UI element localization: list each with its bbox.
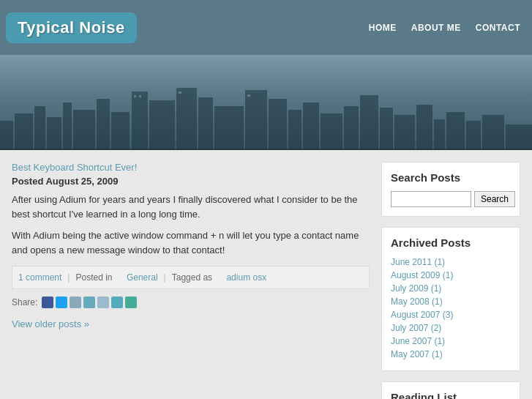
svg-rect-6	[73, 110, 95, 150]
svg-rect-26	[466, 121, 481, 150]
list-item: May 2007 (1)	[391, 348, 511, 359]
sep2: |	[164, 272, 166, 283]
svg-rect-24	[434, 119, 445, 150]
share-stumble-icon[interactable]	[125, 297, 137, 308]
archive-link[interactable]: August 2009 (1)	[391, 270, 453, 280]
nav: HOME ABOUT ME CONTACT	[369, 23, 520, 33]
archives-widget-title: Archived Posts	[391, 236, 511, 249]
svg-rect-2	[15, 113, 33, 150]
content-area: Best Keyboard Shortcut Ever! Posted Augu…	[12, 162, 370, 399]
list-item: August 2009 (1)	[391, 269, 511, 280]
svg-rect-4	[47, 117, 61, 150]
nav-contact[interactable]: CONTACT	[476, 23, 520, 33]
share-reddit-icon[interactable]	[97, 297, 109, 308]
svg-rect-11	[176, 88, 197, 150]
list-item: July 2009 (1)	[391, 283, 511, 294]
view-older-link[interactable]: View older posts »	[12, 318, 89, 329]
search-row: Search	[391, 191, 511, 207]
svg-rect-3	[34, 106, 45, 150]
sep1: |	[67, 272, 70, 283]
share-facebook-icon[interactable]	[42, 297, 53, 308]
archive-link[interactable]: July 2007 (2)	[391, 323, 441, 333]
svg-rect-31	[179, 92, 181, 94]
share-label: Share:	[12, 297, 37, 307]
nav-about[interactable]: ABOUT ME	[411, 23, 461, 33]
post-body-2: With Adium being the active window comma…	[12, 228, 370, 257]
svg-rect-33	[0, 149, 532, 150]
svg-rect-17	[303, 102, 319, 150]
list-item: July 2007 (2)	[391, 322, 511, 333]
svg-rect-5	[63, 102, 72, 150]
archives-widget: Archived Posts June 2011 (1) August 2009…	[381, 227, 520, 371]
post-meta: Posted August 25, 2009	[12, 176, 370, 187]
skyline-graphic	[0, 84, 532, 150]
svg-rect-18	[321, 113, 342, 150]
svg-rect-25	[446, 112, 465, 150]
svg-rect-19	[344, 106, 359, 150]
category-label: Posted in	[75, 272, 112, 283]
list-item: June 2007 (1)	[391, 335, 511, 346]
list-item: August 2007 (3)	[391, 309, 511, 320]
nav-home[interactable]: HOME	[369, 23, 397, 33]
post-title: Best Keyboard Shortcut Ever!	[12, 162, 370, 173]
svg-rect-23	[416, 105, 432, 150]
svg-rect-10	[149, 100, 175, 150]
tags-link[interactable]: adium osx	[226, 272, 266, 283]
svg-rect-7	[97, 99, 110, 150]
post-title-link[interactable]: Best Keyboard Shortcut Ever!	[12, 162, 137, 173]
archive-link[interactable]: June 2011 (1)	[391, 257, 445, 267]
svg-rect-8	[111, 112, 130, 150]
archive-list: June 2011 (1) August 2009 (1) July 2009 …	[391, 256, 511, 359]
post-footer: 1 comment | Posted in General | Tagged a…	[12, 266, 370, 289]
archive-link[interactable]: May 2007 (1)	[391, 349, 443, 359]
svg-rect-16	[288, 110, 301, 150]
svg-rect-13	[214, 106, 244, 150]
hero-banner	[0, 55, 532, 150]
share-gplus-icon[interactable]	[111, 297, 123, 308]
share-digg-icon[interactable]	[70, 297, 81, 308]
search-button[interactable]: Search	[474, 191, 515, 207]
svg-rect-9	[132, 92, 148, 150]
svg-rect-14	[245, 90, 267, 150]
share-delicious-icon[interactable]	[83, 297, 95, 308]
svg-rect-15	[269, 99, 287, 150]
search-input[interactable]	[391, 191, 471, 207]
category-link[interactable]: General	[127, 272, 158, 283]
list-item: May 2008 (1)	[391, 296, 511, 307]
site-title-box: Typical Noise	[6, 12, 137, 43]
search-widget-title: Search Posts	[391, 171, 511, 184]
main-layout: Best Keyboard Shortcut Ever! Posted Augu…	[0, 150, 532, 399]
list-item: June 2011 (1)	[391, 256, 511, 267]
reading-list-title: Reading List	[391, 391, 511, 399]
svg-rect-20	[360, 95, 378, 150]
archive-link[interactable]: August 2007 (3)	[391, 310, 453, 320]
svg-rect-1	[0, 121, 13, 150]
share-icons	[42, 297, 137, 308]
svg-rect-12	[198, 97, 213, 150]
archive-link[interactable]: July 2009 (1)	[391, 283, 441, 294]
sidebar: Search Posts Search Archived Posts June …	[381, 162, 520, 399]
share-twitter-icon[interactable]	[56, 297, 67, 308]
site-title: Typical Noise	[18, 18, 125, 37]
reading-list-widget: Reading List Stream(SQL) Event Processin…	[381, 381, 520, 399]
comments-link[interactable]: 1 comment	[18, 272, 61, 283]
svg-rect-32	[247, 94, 250, 97]
archive-link[interactable]: May 2008 (1)	[391, 297, 443, 307]
post-body-1: After using Adium for years and years I …	[12, 193, 370, 221]
archive-link[interactable]: June 2007 (1)	[391, 336, 445, 346]
header: Typical Noise HOME ABOUT ME CONTACT	[0, 0, 532, 55]
share-row: Share:	[12, 297, 370, 308]
svg-rect-29	[134, 95, 136, 97]
view-older: View older posts »	[12, 318, 370, 329]
tags-label: Tagged as	[172, 272, 212, 283]
svg-rect-27	[482, 115, 504, 150]
svg-rect-30	[139, 95, 141, 97]
svg-rect-22	[394, 115, 415, 150]
search-widget: Search Posts Search	[381, 162, 520, 217]
svg-rect-28	[506, 124, 532, 150]
svg-rect-21	[380, 108, 393, 150]
